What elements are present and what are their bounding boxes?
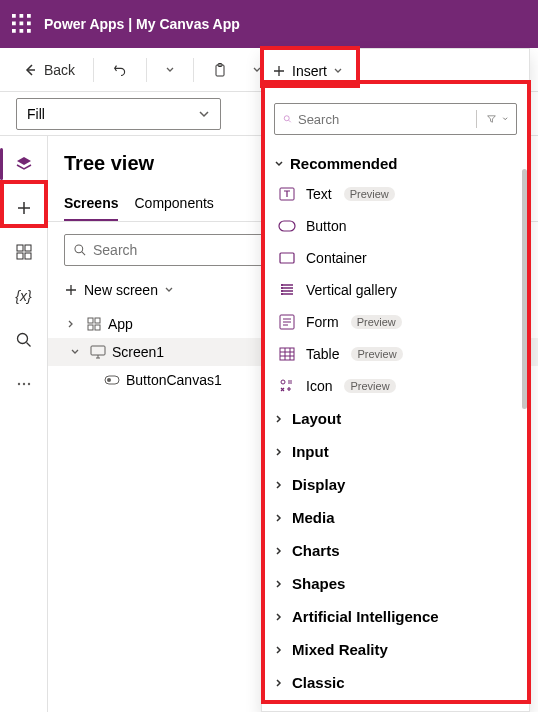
app-icon: [86, 317, 102, 331]
divider: [476, 110, 477, 128]
tree-item-label: App: [108, 316, 133, 332]
paste-button[interactable]: [202, 56, 238, 84]
category-label: Input: [292, 443, 329, 460]
insert-item-label: Form: [306, 314, 339, 330]
insert-item-table[interactable]: TablePreview: [274, 338, 517, 370]
chevron-down-icon: [164, 285, 174, 295]
category-artificial-intelligence[interactable]: Artificial Intelligence: [274, 600, 517, 633]
category-charts[interactable]: Charts: [274, 534, 517, 567]
rail-data[interactable]: [4, 232, 44, 272]
undo-split-button[interactable]: [155, 59, 185, 81]
chevron-right-icon: [274, 447, 284, 457]
category-label: Mixed Reality: [292, 641, 388, 658]
category-display[interactable]: Display: [274, 468, 517, 501]
chevron-down-icon: [333, 66, 343, 76]
preview-badge: Preview: [351, 347, 402, 361]
chevron-right-icon: [274, 579, 284, 589]
category-classic[interactable]: Classic: [274, 666, 517, 699]
insert-item-label: Icon: [306, 378, 332, 394]
new-screen-label: New screen: [84, 282, 158, 298]
chevron-right-icon: [66, 319, 80, 329]
search-icon: [283, 112, 292, 126]
tab-components[interactable]: Components: [134, 187, 213, 221]
tree-item-label: ButtonCanvas1: [126, 372, 222, 388]
group-recommended[interactable]: Recommended: [274, 145, 517, 178]
scrollbar-thumb[interactable]: [522, 169, 527, 409]
category-layout[interactable]: Layout: [274, 402, 517, 435]
group-label: Recommended: [290, 155, 398, 172]
filter-icon[interactable]: [487, 112, 496, 126]
insert-item-label: Container: [306, 250, 367, 266]
insert-item-vertical-gallery[interactable]: Vertical gallery: [274, 274, 517, 306]
insert-item-icon[interactable]: IconPreview: [274, 370, 517, 402]
chevron-down-icon: [198, 108, 210, 120]
property-selector[interactable]: Fill: [16, 98, 221, 130]
button-icon: [104, 375, 120, 385]
svg-rect-5: [27, 22, 31, 26]
rail-more[interactable]: [4, 364, 44, 404]
insert-search-box[interactable]: [274, 103, 517, 135]
svg-rect-15: [17, 245, 23, 251]
icon-icon: [278, 377, 296, 395]
insert-item-container[interactable]: Container: [274, 242, 517, 274]
category-mixed-reality[interactable]: Mixed Reality: [274, 633, 517, 666]
svg-point-30: [107, 378, 111, 382]
svg-rect-1: [20, 14, 24, 18]
category-label: Shapes: [292, 575, 345, 592]
layers-icon: [15, 155, 33, 173]
screen-icon: [90, 345, 106, 359]
rail-search[interactable]: [4, 320, 44, 360]
search-icon: [15, 331, 33, 349]
svg-point-20: [17, 383, 19, 385]
preview-badge: Preview: [344, 187, 395, 201]
insert-button[interactable]: Insert: [262, 49, 529, 93]
waffle-icon[interactable]: [12, 14, 32, 34]
gallery-icon: [278, 281, 296, 299]
rail-insert[interactable]: [4, 188, 44, 228]
undo-button[interactable]: [102, 56, 138, 84]
svg-point-38: [281, 293, 283, 295]
category-label: Artificial Intelligence: [292, 608, 439, 625]
insert-search-input[interactable]: [298, 112, 466, 127]
category-media[interactable]: Media: [274, 501, 517, 534]
svg-rect-40: [280, 348, 294, 360]
category-input[interactable]: Input: [274, 435, 517, 468]
svg-rect-8: [27, 29, 31, 33]
category-label: Charts: [292, 542, 340, 559]
category-label: Display: [292, 476, 345, 493]
grid-icon: [15, 243, 33, 261]
svg-rect-4: [20, 22, 24, 26]
svg-rect-3: [12, 22, 16, 26]
svg-point-22: [27, 383, 29, 385]
insert-item-button[interactable]: Button: [274, 210, 517, 242]
plus-icon: [64, 283, 78, 297]
button-icon: [278, 217, 296, 235]
tab-screens[interactable]: Screens: [64, 187, 118, 221]
svg-rect-25: [95, 318, 100, 323]
chevron-right-icon: [274, 513, 284, 523]
tree-item-label: Screen1: [112, 344, 164, 360]
rail-tree-view[interactable]: [4, 144, 44, 184]
svg-rect-26: [88, 325, 93, 330]
svg-rect-28: [91, 346, 105, 355]
back-button[interactable]: Back: [12, 56, 85, 84]
property-name: Fill: [27, 106, 45, 122]
insert-item-text[interactable]: TextPreview: [274, 178, 517, 210]
preview-badge: Preview: [351, 315, 402, 329]
chevron-down-icon: [70, 347, 84, 357]
toolbar-divider: [193, 58, 194, 82]
rail-variables[interactable]: {x}: [4, 276, 44, 316]
container-icon: [278, 249, 296, 267]
insert-item-form[interactable]: FormPreview: [274, 306, 517, 338]
category-shapes[interactable]: Shapes: [274, 567, 517, 600]
chevron-down-icon[interactable]: [502, 114, 508, 124]
chevron-right-icon: [274, 678, 284, 688]
insert-item-label: Text: [306, 186, 332, 202]
svg-point-21: [22, 383, 24, 385]
toolbar-divider: [146, 58, 147, 82]
svg-rect-6: [12, 29, 16, 33]
insert-label: Insert: [292, 63, 327, 79]
chevron-right-icon: [274, 480, 284, 490]
chevron-right-icon: [274, 546, 284, 556]
svg-rect-33: [279, 221, 295, 231]
